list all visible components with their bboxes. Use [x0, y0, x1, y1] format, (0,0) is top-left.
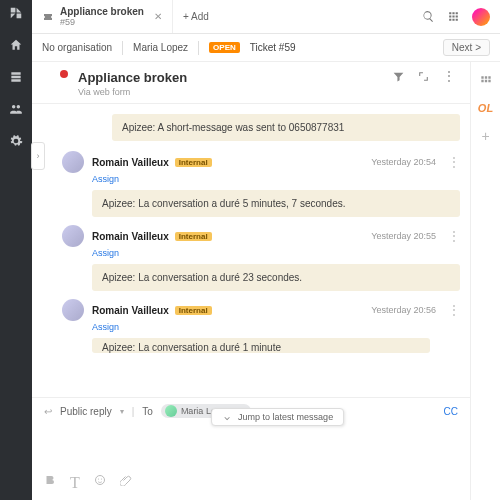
main-column: Appliance broken #59 ✕ + Add No organisa… — [32, 0, 500, 500]
tab-ticket[interactable]: Appliance broken #59 ✕ — [32, 0, 173, 33]
article-author[interactable]: Romain Vailleux — [92, 157, 169, 168]
ticket-header: Appliance broken Via web form ⋮ — [32, 62, 470, 104]
collapse-icon[interactable] — [417, 70, 430, 83]
collapse-panel-button[interactable]: › — [31, 142, 45, 170]
emoji-icon[interactable] — [94, 474, 106, 486]
article-body: Apizee: La conversation a duré 5 minutes… — [92, 190, 460, 217]
arrow-down-icon — [222, 412, 232, 422]
status-badge: OPEN — [209, 42, 240, 53]
logo-icon[interactable] — [9, 6, 23, 24]
jump-to-latest-button[interactable]: Jump to latest message — [211, 408, 344, 426]
ticket-icon — [42, 11, 54, 23]
article-more-icon[interactable]: ⋮ — [448, 229, 460, 243]
next-button[interactable]: Next > — [443, 39, 490, 56]
internal-tag: Internal — [175, 232, 212, 241]
article: Romain Vailleux Internal Yesterday 20:54… — [62, 151, 460, 217]
article-time: Yesterday 20:55 — [371, 231, 436, 241]
page-title: Appliance broken — [78, 70, 187, 85]
avatar — [62, 299, 84, 321]
cc-button[interactable]: CC — [444, 406, 458, 417]
home-icon[interactable] — [9, 38, 23, 56]
conversation-thread: Apizee: A short-message was sent to 0650… — [32, 104, 470, 397]
avatar — [62, 225, 84, 247]
tab-bar: Appliance broken #59 ✕ + Add — [32, 0, 500, 34]
svg-point-1 — [98, 478, 99, 479]
text-tool-icon[interactable]: T — [70, 474, 80, 492]
format-icon[interactable] — [44, 474, 56, 486]
add-tab[interactable]: + Add — [173, 11, 219, 22]
svg-point-2 — [101, 478, 102, 479]
article-time: Yesterday 20:54 — [371, 157, 436, 167]
app-badge-icon[interactable]: OL — [478, 102, 493, 114]
article-body: Apizee: La conversation a duré 23 second… — [92, 264, 460, 291]
composer-toolbar: T — [44, 470, 458, 494]
article: Romain Vailleux Internal Yesterday 20:56… — [62, 299, 460, 353]
avatar — [62, 151, 84, 173]
admin-gear-icon[interactable] — [9, 134, 23, 152]
article-time: Yesterday 20:56 — [371, 305, 436, 315]
filter-icon[interactable] — [392, 70, 405, 83]
unread-dot-icon — [60, 70, 68, 78]
apps-grid-icon[interactable] — [447, 10, 460, 23]
close-icon[interactable]: ✕ — [154, 11, 162, 22]
crumb-user[interactable]: Maria Lopez — [133, 42, 188, 53]
tab-title: Appliance broken — [60, 6, 144, 17]
internal-tag: Internal — [175, 306, 212, 315]
crumb-org[interactable]: No organisation — [42, 42, 112, 53]
reply-mode[interactable]: Public reply — [60, 406, 112, 417]
reply-arrow-icon: ↩ — [44, 406, 52, 417]
internal-tag: Internal — [175, 158, 212, 167]
assign-link[interactable]: Assign — [92, 174, 460, 184]
tab-subtitle: #59 — [60, 18, 144, 27]
search-icon[interactable] — [422, 10, 435, 23]
apps-panel-icon[interactable] — [479, 74, 493, 88]
views-icon[interactable] — [9, 70, 23, 88]
article-more-icon[interactable]: ⋮ — [448, 303, 460, 317]
assign-link[interactable]: Assign — [92, 248, 460, 258]
customers-icon[interactable] — [9, 102, 23, 120]
breadcrumb: No organisation Maria Lopez OPEN Ticket … — [32, 34, 500, 62]
article-author[interactable]: Romain Vailleux — [92, 231, 169, 242]
system-note: Apizee: A short-message was sent to 0650… — [112, 114, 460, 141]
article-more-icon[interactable]: ⋮ — [448, 155, 460, 169]
crumb-ticket: Ticket #59 — [250, 42, 296, 53]
avatar — [165, 405, 177, 417]
article-author[interactable]: Romain Vailleux — [92, 305, 169, 316]
context-panel: OL + — [470, 62, 500, 500]
more-icon[interactable]: ⋮ — [442, 70, 456, 83]
article-body: Apizee: La conversation a duré 1 minute — [92, 338, 430, 353]
ticket-source: Via web form — [78, 87, 187, 97]
svg-point-0 — [95, 476, 104, 485]
chevron-down-icon[interactable]: ▾ — [120, 407, 124, 416]
assign-link[interactable]: Assign — [92, 322, 460, 332]
to-label: To — [142, 406, 153, 417]
add-app-icon[interactable]: + — [481, 128, 489, 144]
attachment-icon[interactable] — [120, 474, 132, 486]
article: Romain Vailleux Internal Yesterday 20:55… — [62, 225, 460, 291]
profile-avatar[interactable] — [472, 8, 490, 26]
nav-rail — [0, 0, 32, 500]
